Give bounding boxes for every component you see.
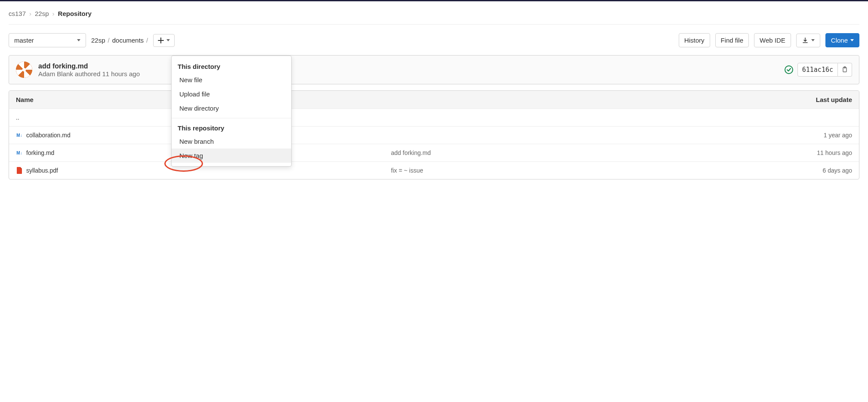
parent-dir: .. <box>16 114 19 121</box>
commit-sha-group: 611ac16c <box>797 63 852 77</box>
path-seg-2[interactable]: documents <box>112 37 144 44</box>
clone-label: Clone <box>831 37 848 44</box>
file-commit-msg[interactable]: fix = ~ issue <box>391 167 766 174</box>
file-name[interactable]: forking.md <box>26 149 54 156</box>
branch-selector[interactable]: master <box>9 33 86 47</box>
chevron-down-icon <box>166 39 170 41</box>
markdown-icon: M↓ <box>16 149 23 156</box>
web-ide-button[interactable]: Web IDE <box>754 33 791 47</box>
table-row[interactable]: M↓ collaboration.md 1 year ago <box>9 127 859 144</box>
download-icon <box>802 37 809 44</box>
markdown-icon: M↓ <box>16 132 23 139</box>
copy-sha-button[interactable] <box>838 63 852 77</box>
add-dropdown: This directory New file Upload file New … <box>171 56 292 167</box>
check-icon <box>786 67 791 72</box>
toolbar: master 22sp / documents / History Find f… <box>9 33 859 47</box>
pdf-icon <box>16 167 23 174</box>
history-button[interactable]: History <box>679 33 710 47</box>
chevron-right-icon: › <box>52 10 55 17</box>
file-time: 1 year ago <box>766 132 852 139</box>
clone-button[interactable]: Clone <box>825 33 859 47</box>
dropdown-section-directory: This directory <box>172 59 291 73</box>
chevron-down-icon <box>811 39 815 41</box>
file-table: Name Last commit Last update .. M↓ colla… <box>9 90 859 179</box>
commit-sha[interactable]: 611ac16c <box>797 63 838 77</box>
commit-time: 11 hours ago <box>102 70 140 77</box>
table-row[interactable]: M↓ forking.md add forking.md 11 hours ag… <box>9 144 859 162</box>
branch-name: master <box>14 37 34 44</box>
clipboard-icon <box>842 66 848 72</box>
dropdown-new-directory[interactable]: New directory <box>172 101 291 115</box>
add-button[interactable] <box>153 34 175 47</box>
breadcrumb-level2[interactable]: 22sp <box>35 10 49 17</box>
table-row-parent[interactable]: .. <box>9 109 859 127</box>
file-name[interactable]: collaboration.md <box>26 132 71 139</box>
find-file-button[interactable]: Find file <box>715 33 749 47</box>
path-separator: / <box>108 37 110 44</box>
file-time: 6 days ago <box>766 167 852 174</box>
commit-meta: Adam Blank authored 11 hours ago <box>38 70 140 77</box>
pipeline-success-icon[interactable] <box>785 65 793 74</box>
path-separator: / <box>146 37 148 44</box>
last-commit-bar: add forking.md Adam Blank authored 11 ho… <box>9 55 859 84</box>
table-header: Name Last commit Last update <box>9 91 859 109</box>
chevron-down-icon <box>77 39 80 41</box>
dropdown-divider <box>172 118 291 118</box>
dropdown-new-tag[interactable]: New tag <box>172 148 291 163</box>
dropdown-new-file[interactable]: New file <box>172 73 291 87</box>
chevron-right-icon: › <box>29 10 31 17</box>
avatar[interactable] <box>16 62 32 78</box>
dropdown-new-branch[interactable]: New branch <box>172 134 291 148</box>
commit-verb: authored <box>75 70 100 77</box>
col-last-update: Last update <box>766 96 852 103</box>
file-time: 11 hours ago <box>766 149 852 156</box>
dropdown-upload-file[interactable]: Upload file <box>172 87 291 101</box>
breadcrumb-current: Repository <box>58 10 92 17</box>
commit-title[interactable]: add forking.md <box>38 62 140 70</box>
path: 22sp / documents / <box>91 37 148 44</box>
commit-author[interactable]: Adam Blank <box>38 70 73 77</box>
chevron-down-icon <box>850 39 854 41</box>
table-row[interactable]: syllabus.pdf fix = ~ issue 6 days ago <box>9 162 859 179</box>
download-button[interactable] <box>796 34 820 47</box>
dropdown-section-repository: This repository <box>172 121 291 134</box>
file-commit-msg[interactable]: add forking.md <box>391 149 766 156</box>
path-seg-1[interactable]: 22sp <box>91 37 105 44</box>
plus-icon <box>158 37 164 43</box>
breadcrumb-level1[interactable]: cs137 <box>9 10 26 17</box>
file-name[interactable]: syllabus.pdf <box>26 167 58 174</box>
breadcrumb: cs137 › 22sp › Repository <box>9 8 859 25</box>
